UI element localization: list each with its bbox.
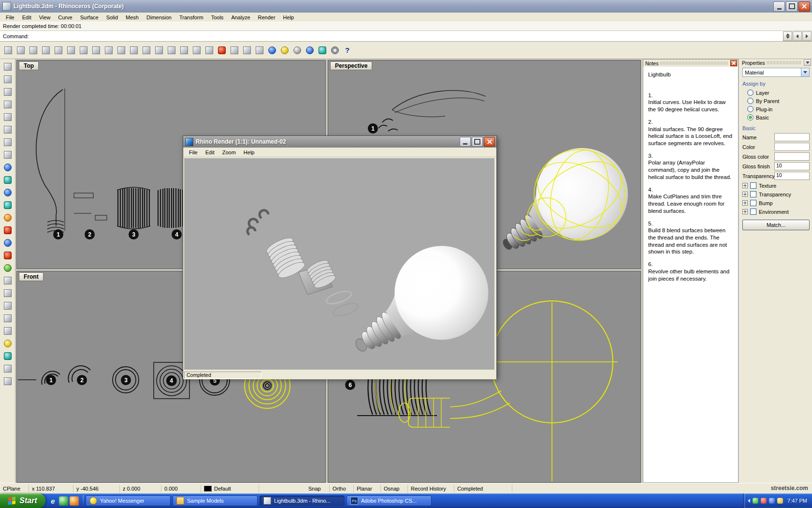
expand-plus-icon[interactable]: [742, 183, 748, 188]
menu-file[interactable]: File: [2, 14, 18, 21]
properties-page-select[interactable]: Material: [742, 68, 810, 77]
show-grid-icon[interactable]: [190, 44, 203, 56]
layer-cell[interactable]: Default: [201, 485, 259, 493]
panel-grip[interactable]: [660, 61, 728, 65]
radio-basic[interactable]: Basic: [742, 113, 810, 121]
expand-plus-icon[interactable]: [742, 200, 748, 206]
minimize-button[interactable]: [773, 1, 785, 12]
render-icon[interactable]: [266, 44, 278, 56]
circle-icon[interactable]: [1, 111, 14, 123]
select-icon[interactable]: [1, 60, 14, 73]
x-ray-viewport-icon[interactable]: [316, 44, 328, 56]
render-menu-zoom[interactable]: Zoom: [218, 149, 240, 156]
texture-expander[interactable]: Texture: [742, 182, 810, 189]
tray-network-icon[interactable]: [769, 498, 775, 504]
menu-edit[interactable]: Edit: [18, 14, 35, 21]
command-input[interactable]: [29, 32, 783, 40]
gloss-color-field[interactable]: [774, 152, 810, 161]
start-button[interactable]: Start: [0, 493, 45, 508]
object-snap-icon[interactable]: [228, 44, 240, 56]
paste-icon[interactable]: [77, 44, 89, 56]
ortho-toggle[interactable]: Ortho: [330, 485, 354, 493]
transparency-expander[interactable]: Transparency: [742, 191, 810, 197]
maximize-button[interactable]: [786, 1, 798, 12]
texture-checkbox[interactable]: [750, 182, 756, 189]
record-history-toggle[interactable]: Record History: [408, 485, 454, 493]
options-gear-icon[interactable]: [329, 44, 341, 56]
ghosted-viewport-icon[interactable]: [304, 44, 316, 56]
analyze-direction-icon[interactable]: [1, 274, 14, 286]
task-lightbulb-rhino[interactable]: Lightbulb.3dm - Rhino...: [260, 495, 345, 506]
cut-icon[interactable]: [52, 44, 64, 56]
extrude-icon[interactable]: [1, 237, 14, 249]
box-icon[interactable]: [1, 186, 14, 198]
color-swatch-field[interactable]: [774, 143, 810, 151]
zoom-selected-icon[interactable]: [153, 44, 165, 56]
tray-chevron-icon[interactable]: [748, 499, 750, 503]
planar-toggle[interactable]: Planar: [354, 485, 381, 493]
transparency-checkbox[interactable]: [750, 191, 756, 197]
open-file-icon[interactable]: [14, 44, 27, 56]
split-icon[interactable]: [1, 375, 14, 387]
trim-icon[interactable]: [1, 362, 14, 374]
expand-plus-icon[interactable]: [742, 192, 748, 197]
render-window-titlebar[interactable]: Rhino Render (1:1): Unnamed-02: [183, 136, 496, 148]
curve-icon[interactable]: [1, 98, 14, 110]
command-history-scroll-button[interactable]: [783, 31, 792, 41]
tray-alert-icon[interactable]: [761, 498, 767, 504]
render-minimize-button[interactable]: [460, 137, 471, 147]
distance-icon[interactable]: [241, 44, 253, 56]
move-object-icon[interactable]: [1, 287, 14, 299]
zoom-window-icon[interactable]: [128, 44, 140, 56]
environment-checkbox[interactable]: [750, 209, 756, 215]
scale-icon[interactable]: [1, 312, 14, 324]
rectangle-icon[interactable]: [1, 149, 14, 161]
render-window[interactable]: Rhino Render (1:1): Unnamed-02 File Edit…: [183, 135, 497, 378]
menu-solid[interactable]: Solid: [102, 14, 122, 21]
radio-by-parent[interactable]: By Parent: [742, 97, 810, 105]
messenger-icon[interactable]: [59, 496, 68, 506]
mirror-icon[interactable]: [1, 325, 14, 337]
join-icon[interactable]: [1, 350, 14, 362]
loft-icon[interactable]: [1, 174, 14, 186]
notes-close-icon[interactable]: [730, 60, 737, 66]
zoom-extents-icon[interactable]: [140, 44, 152, 56]
media-player-icon[interactable]: [70, 496, 79, 506]
task-yahoo-messenger[interactable]: Yahoo! Messenger: [86, 495, 171, 506]
command-prev-button[interactable]: [793, 31, 802, 41]
arc-icon[interactable]: [1, 123, 14, 135]
pan-view-icon[interactable]: [102, 44, 115, 56]
transparency-field[interactable]: 10: [774, 172, 810, 180]
task-sample-models[interactable]: Sample Models: [173, 495, 258, 506]
tray-status-icon[interactable]: [753, 498, 758, 504]
gloss-finish-field[interactable]: 10: [774, 162, 810, 170]
new-file-icon[interactable]: [2, 44, 14, 56]
named-views-icon[interactable]: [178, 44, 190, 56]
expand-plus-icon[interactable]: [742, 209, 748, 214]
radio-layer[interactable]: Layer: [742, 89, 810, 97]
bump-checkbox[interactable]: [750, 200, 756, 206]
print-icon[interactable]: [40, 44, 52, 56]
close-button[interactable]: [798, 1, 810, 12]
edit-gear-icon[interactable]: [1, 211, 14, 224]
task-adobe-photoshop[interactable]: Ps Adobe Photoshop CS...: [347, 495, 432, 506]
panel-grip[interactable]: [767, 61, 802, 64]
internet-explorer-icon[interactable]: e: [48, 496, 58, 506]
cplane-cell[interactable]: CPlane: [0, 485, 29, 493]
bump-expander[interactable]: Bump: [742, 200, 810, 206]
render-preview-icon[interactable]: [278, 44, 290, 56]
render-menu-file[interactable]: File: [185, 149, 202, 156]
edit-points-icon[interactable]: [1, 73, 14, 85]
menu-dimension[interactable]: Dimension: [143, 14, 175, 21]
copy-object-icon[interactable]: [253, 44, 265, 56]
copy-icon[interactable]: [65, 44, 77, 56]
match-button[interactable]: Match...: [742, 220, 810, 230]
rotate-icon[interactable]: [1, 299, 14, 312]
sphere-icon[interactable]: [1, 199, 14, 211]
notes-panel-header[interactable]: Notes: [643, 60, 738, 67]
boolean-icon[interactable]: [1, 224, 14, 236]
render-close-button[interactable]: [484, 137, 495, 147]
osnap-toggle[interactable]: Osnap: [381, 485, 408, 493]
menu-curve[interactable]: Curve: [54, 14, 76, 21]
menu-mesh[interactable]: Mesh: [122, 14, 143, 21]
